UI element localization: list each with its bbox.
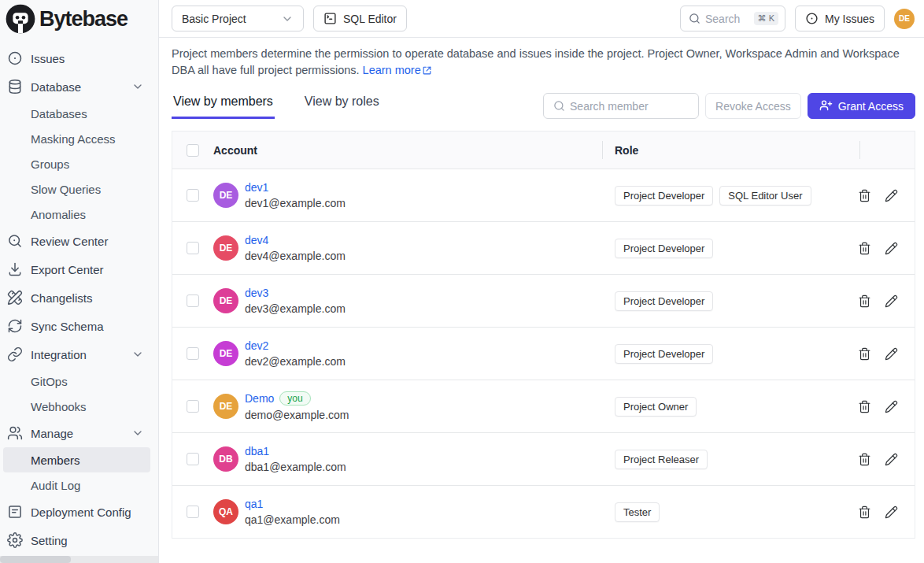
role-badge: Project Developer [615, 291, 713, 311]
row-checkbox[interactable] [187, 242, 199, 254]
tab-view-by-roles[interactable]: View by roles [303, 90, 381, 119]
sidebar-item-members[interactable]: Members [3, 447, 150, 472]
delete-member-button[interactable] [858, 400, 871, 413]
sidebar-item-database[interactable]: Database [3, 72, 150, 101]
revoke-access-button[interactable]: Revoke Access [705, 93, 801, 119]
member-avatar: DB [213, 446, 238, 472]
sidebar-item-setting[interactable]: Setting [3, 526, 150, 554]
sidebar-item-export-center[interactable]: Export Center [3, 255, 150, 283]
sidebar-item-changelists[interactable]: Changelists [3, 283, 150, 312]
setting-icon [7, 532, 23, 548]
sidebar-item-databases[interactable]: Databases [3, 101, 150, 126]
member-email: qa1@example.com [245, 513, 340, 526]
sidebar-item-groups[interactable]: Groups [3, 151, 150, 176]
header-divider [602, 141, 603, 159]
sidebar-item-integration[interactable]: Integration [3, 340, 150, 369]
view-tabs: View by members View by roles [172, 90, 381, 119]
role-badge: Tester [615, 502, 660, 522]
integration-icon [7, 346, 23, 362]
delete-member-button[interactable] [858, 347, 871, 361]
top-nav: Basic Project SQL Editor Search ⌘ K My I… [159, 0, 924, 38]
toolbar-actions: Revoke Access Grant Access [543, 93, 915, 119]
table-row: DE dev4 dev4@example.com Project Develop… [172, 221, 915, 274]
my-issues-button[interactable]: My Issues [795, 6, 885, 31]
row-checkbox[interactable] [187, 400, 199, 413]
brand-area: Bytebase [0, 0, 159, 38]
role-badge: Project Developer [615, 186, 713, 206]
account-column-header: Account [213, 144, 601, 157]
member-email: dba1@example.com [245, 461, 346, 473]
table-row: DE dev1 dev1@example.com Project Develop… [172, 169, 915, 221]
sidebar-horizontal-scrollbar[interactable] [0, 556, 158, 563]
learn-more-link[interactable]: Learn more [363, 62, 432, 79]
sidebar-item-anomalies[interactable]: Anomalies [3, 202, 150, 227]
chevron-down-icon [131, 427, 144, 439]
sidebar-item-manage[interactable]: Manage [3, 419, 150, 447]
edit-member-button[interactable] [885, 242, 898, 255]
issues-icon [7, 50, 23, 66]
grant-access-button[interactable]: Grant Access [808, 93, 915, 119]
member-name-link[interactable]: Demo [245, 392, 274, 405]
edit-member-button[interactable] [885, 453, 898, 466]
edit-member-button[interactable] [885, 347, 898, 361]
user-plus-icon [819, 99, 833, 113]
delete-member-button[interactable] [858, 242, 871, 255]
member-email: demo@example.com [245, 409, 349, 421]
member-roles: Project Developer [601, 239, 858, 258]
member-name-link[interactable]: dev1 [245, 181, 268, 194]
sidebar-item-deployment-config[interactable]: Deployment Config [3, 498, 150, 526]
sidebar-item-gitops[interactable]: GitOps [3, 369, 150, 394]
chevron-down-icon [131, 80, 144, 93]
sql-editor-label: SQL Editor [343, 13, 397, 25]
sql-editor-button[interactable]: SQL Editor [313, 6, 407, 31]
user-avatar[interactable]: DE [894, 9, 915, 29]
member-name-link[interactable]: dev3 [245, 287, 268, 299]
sidebar-item-audit-log[interactable]: Audit Log [3, 472, 150, 498]
sidebar-item-masking-access[interactable]: Masking Access [3, 126, 150, 151]
global-search-input[interactable]: Search ⌘ K [680, 6, 785, 31]
sidebar-item-sync-schema[interactable]: Sync Schema [3, 312, 150, 340]
edit-member-button[interactable] [885, 189, 898, 202]
member-name-link[interactable]: dev4 [245, 234, 268, 246]
row-checkbox[interactable] [187, 189, 199, 202]
search-shortcut-badge: ⌘ K [754, 12, 778, 25]
delete-member-button[interactable] [858, 189, 871, 202]
sidebar-item-issues[interactable]: Issues [3, 44, 150, 72]
export-center-icon [7, 261, 23, 277]
delete-member-button[interactable] [858, 506, 871, 519]
row-checkbox[interactable] [187, 347, 199, 360]
member-name-link[interactable]: dba1 [245, 445, 269, 457]
sidebar-nav: Issues Database Databases Masking Access… [3, 44, 150, 554]
table-row: DB dba1 dba1@example.com Project Release… [172, 432, 915, 485]
delete-member-button[interactable] [858, 453, 871, 466]
sidebar-item-webhooks[interactable]: Webhooks [3, 394, 150, 419]
sidebar: Issues Database Databases Masking Access… [0, 38, 159, 563]
database-icon [7, 79, 23, 94]
member-search-input[interactable] [570, 100, 680, 113]
edit-member-button[interactable] [885, 506, 898, 519]
delete-member-button[interactable] [858, 294, 871, 308]
row-checkbox[interactable] [187, 506, 199, 518]
deployment-config-icon [7, 504, 23, 520]
role-badge: Project Owner [615, 397, 697, 417]
sidebar-item-review-center[interactable]: Review Center [3, 227, 150, 255]
member-name-link[interactable]: qa1 [245, 498, 263, 510]
project-select[interactable]: Basic Project [172, 6, 304, 31]
edit-member-button[interactable] [885, 294, 898, 308]
terminal-icon [323, 12, 337, 25]
member-email: dev4@example.com [245, 250, 346, 262]
sidebar-item-slow-queries[interactable]: Slow Queries [3, 176, 150, 202]
select-all-checkbox[interactable] [187, 144, 199, 157]
chevron-down-icon [131, 348, 144, 361]
edit-member-button[interactable] [885, 400, 898, 413]
scrollbar-thumb[interactable] [0, 556, 71, 563]
member-roles: Project Developer [601, 291, 858, 311]
tab-view-by-members[interactable]: View by members [172, 90, 275, 119]
row-checkbox[interactable] [187, 453, 199, 465]
changelists-icon [7, 290, 23, 306]
brand-wordmark: Bytebase [39, 7, 128, 31]
member-name-link[interactable]: dev2 [245, 339, 268, 352]
members-toolbar: View by members View by roles Revoke Acc… [172, 90, 915, 119]
members-table: Account Role DE dev1 dev1@example.com Pr… [172, 131, 915, 539]
row-checkbox[interactable] [187, 294, 199, 307]
